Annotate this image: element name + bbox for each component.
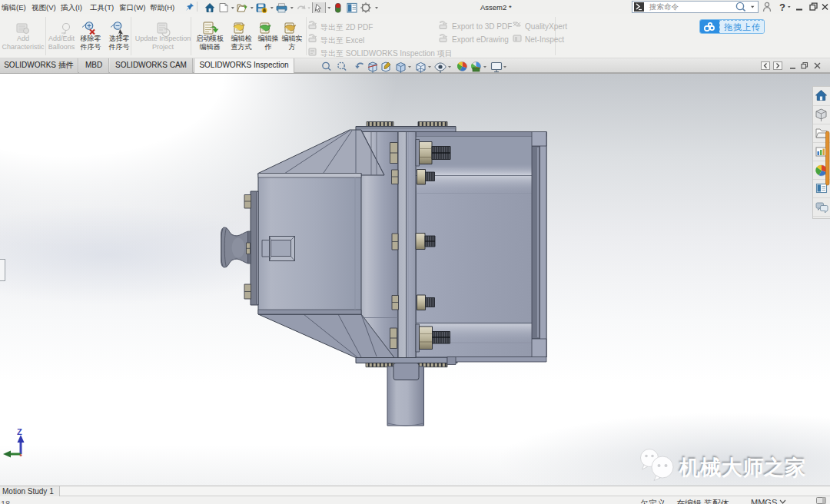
svg-text:Z: Z [17,427,22,436]
